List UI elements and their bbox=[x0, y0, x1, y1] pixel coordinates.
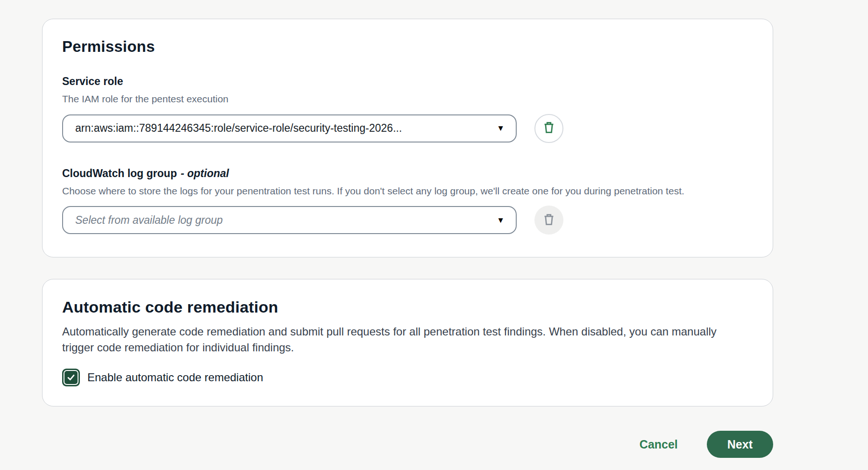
permissions-title: Permissions bbox=[62, 38, 753, 56]
service-role-field: Service role The IAM role for the pentes… bbox=[62, 75, 753, 143]
service-role-select[interactable]: arn:aws:iam::789144246345:role/service-r… bbox=[62, 114, 517, 142]
log-group-select[interactable]: Select from available log group ▼ bbox=[62, 206, 517, 234]
caret-down-icon: ▼ bbox=[497, 124, 505, 132]
log-group-select-placeholder: Select from available log group bbox=[75, 214, 490, 227]
permissions-card: Permissions Service role The IAM role fo… bbox=[42, 19, 773, 257]
service-role-label: Service role bbox=[62, 75, 753, 88]
log-group-delete-button[interactable] bbox=[534, 206, 563, 235]
service-role-delete-button[interactable] bbox=[534, 114, 563, 143]
checkbox-focus-ring bbox=[64, 370, 78, 385]
remediation-title: Automatic code remediation bbox=[62, 298, 753, 316]
service-role-select-row: arn:aws:iam::789144246345:role/service-r… bbox=[62, 114, 753, 143]
trash-icon bbox=[542, 121, 556, 136]
remediation-checkbox-row: Enable automatic code remediation bbox=[62, 369, 753, 386]
page: Permissions Service role The IAM role fo… bbox=[0, 19, 868, 470]
next-button[interactable]: Next bbox=[707, 431, 773, 458]
trash-icon bbox=[542, 213, 556, 228]
log-group-label-text: CloudWatch log group bbox=[62, 167, 177, 179]
log-group-description: Choose where to store the logs for your … bbox=[62, 184, 716, 199]
log-group-select-row: Select from available log group ▼ bbox=[62, 206, 753, 235]
footer-actions: Cancel Next bbox=[42, 431, 773, 458]
remediation-checkbox[interactable] bbox=[62, 369, 80, 386]
service-role-description: The IAM role for the pentest execution bbox=[62, 92, 716, 107]
service-role-select-value: arn:aws:iam::789144246345:role/service-r… bbox=[75, 122, 490, 135]
remediation-checkbox-label: Enable automatic code remediation bbox=[87, 371, 263, 384]
log-group-label-optional: - optional bbox=[181, 167, 229, 179]
log-group-label: CloudWatch log group- optional bbox=[62, 167, 753, 180]
remediation-card: Automatic code remediation Automatically… bbox=[42, 279, 773, 406]
remediation-description: Automatically generate code remediation … bbox=[62, 324, 744, 356]
cancel-button[interactable]: Cancel bbox=[640, 438, 678, 451]
log-group-field: CloudWatch log group- optional Choose wh… bbox=[62, 167, 753, 235]
caret-down-icon: ▼ bbox=[497, 216, 505, 224]
